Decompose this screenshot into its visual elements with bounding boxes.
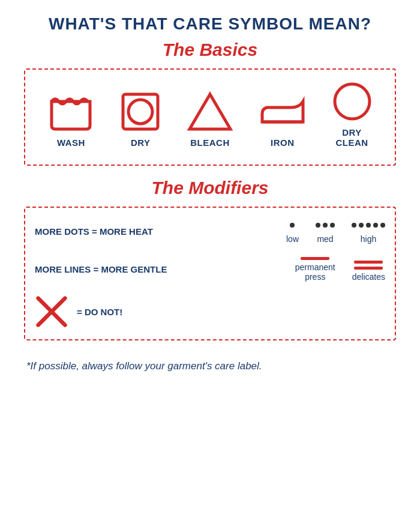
symbol-wash: WASH: [47, 91, 95, 148]
dot-5: [380, 223, 385, 228]
single-line-icon: [301, 257, 329, 260]
main-title: WHAT'S THAT CARE SYMBOL MEAN?: [24, 14, 396, 34]
dots-med-label: med: [317, 234, 333, 244]
x-do-not-icon: [35, 295, 68, 328]
line-part-2: [354, 267, 383, 270]
do-not-label: = DO NOT!: [77, 307, 122, 317]
lines-permanent: permanent press: [295, 257, 335, 282]
dots-low: low: [286, 219, 299, 244]
iron-label: IRON: [271, 138, 295, 148]
basics-symbols-row: WASH DRY BLEACH: [35, 80, 385, 148]
delicates-label: delicates: [352, 272, 385, 282]
dots-low-visual: [290, 219, 295, 232]
dots-med: med: [316, 219, 335, 244]
modifiers-box: MORE DOTS = MORE HEAT low med: [24, 207, 396, 340]
svg-point-4: [335, 84, 370, 119]
dots-high-visual: [352, 219, 385, 232]
dots-visuals: low med: [173, 219, 385, 244]
symbol-dryclean: DRY CLEAN: [331, 80, 373, 148]
dots-modifier-label: MORE DOTS = MORE HEAT: [35, 226, 167, 237]
dots-high-label: high: [361, 234, 376, 244]
double-line-icon: [354, 261, 383, 270]
bleach-label: BLEACH: [190, 138, 230, 148]
bleach-icon: [186, 91, 234, 133]
lines-visuals: permanent press delicates: [173, 257, 385, 282]
modifiers-section-title: The Modifiers: [24, 178, 396, 198]
wash-icon: [47, 91, 95, 133]
do-not-row: = DO NOT!: [35, 295, 385, 328]
dryclean-label: DRY CLEAN: [335, 127, 368, 148]
lines-delicates: delicates: [352, 261, 385, 282]
wash-label: WASH: [57, 138, 85, 148]
dots-med-visual: [316, 219, 335, 232]
dot-2: [359, 223, 364, 228]
dry-icon: [119, 91, 161, 133]
lines-modifier-label: MORE LINES = MORE GENTLE: [35, 264, 167, 274]
symbol-iron: IRON: [259, 91, 307, 148]
dot-4: [373, 223, 378, 228]
page-container: WHAT'S THAT CARE SYMBOL MEAN? The Basics…: [6, 0, 414, 392]
symbol-bleach: BLEACH: [186, 91, 234, 148]
svg-marker-2: [190, 94, 230, 129]
dot-3: [330, 223, 335, 228]
svg-point-1: [128, 100, 152, 124]
permanent-label: permanent press: [295, 262, 335, 282]
dot-1: [290, 223, 295, 228]
basics-section-title: The Basics: [24, 40, 396, 60]
dot-1: [316, 223, 320, 228]
footer-note: *If possible, always follow your garment…: [24, 352, 396, 374]
iron-icon: [259, 91, 307, 133]
dots-low-label: low: [286, 234, 299, 244]
dot-2: [323, 223, 328, 228]
line-part-1: [354, 261, 383, 264]
dryclean-icon: [331, 80, 373, 122]
dot-1: [352, 223, 356, 228]
dot-3: [366, 223, 371, 228]
lines-modifier-row: MORE LINES = MORE GENTLE permanent press…: [35, 257, 385, 282]
basics-box: WASH DRY BLEACH: [24, 68, 396, 166]
symbol-dry: DRY: [119, 91, 161, 148]
dots-modifier-row: MORE DOTS = MORE HEAT low med: [35, 219, 385, 244]
dry-label: DRY: [131, 138, 151, 148]
dots-high: high: [352, 219, 385, 244]
